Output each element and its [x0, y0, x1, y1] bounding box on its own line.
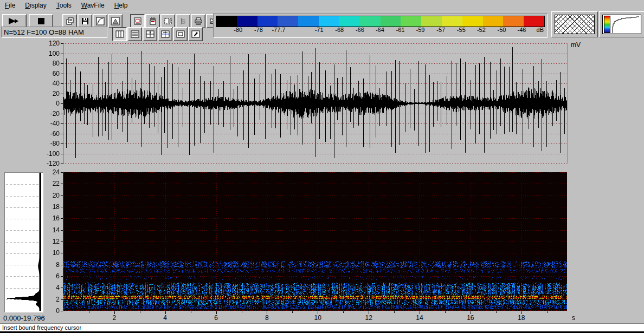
tick-mark — [61, 94, 63, 94]
display-scroll-button[interactable] — [130, 14, 145, 28]
tick-mark — [61, 164, 63, 164]
waveform-ytick-label: 0 — [41, 100, 60, 107]
transfer-curve-icon — [603, 15, 640, 34]
tick-mark — [547, 311, 548, 313]
time-unit-label: s — [572, 314, 575, 322]
status-text: Insert bound frequency cursor — [2, 324, 81, 331]
save-icon — [81, 17, 89, 25]
print-button[interactable] — [191, 14, 205, 28]
tick-mark — [61, 241, 63, 242]
spectrogram-canvas[interactable] — [63, 172, 567, 311]
grid-cross-blue-button[interactable] — [158, 27, 172, 41]
horizontal-lines-button[interactable] — [127, 27, 142, 41]
colorbar-gradient — [216, 16, 545, 27]
time-tick-label: 10 — [314, 314, 321, 322]
waveform-plot[interactable] — [63, 43, 568, 164]
edit-pencil-button[interactable] — [188, 27, 203, 41]
colorbar-segment-7 — [360, 16, 381, 27]
stop-button[interactable] — [29, 14, 53, 28]
time-tick-label: 2 — [113, 314, 117, 322]
analyze-comb-icon — [149, 17, 157, 25]
tick-mark — [61, 299, 63, 300]
time-tick-label: 8 — [265, 314, 269, 322]
select-region-icon — [164, 17, 172, 25]
tick-mark — [61, 288, 63, 288]
hatch-pattern-icon — [555, 15, 594, 34]
signal-s-button[interactable]: S — [176, 14, 190, 28]
spectrogram-ytick-label: 8 — [41, 261, 60, 269]
vertical-split-icon — [115, 30, 124, 38]
tick-mark — [61, 54, 63, 54]
colorbar-tick-label: -78 — [254, 27, 263, 33]
spectrum-profile-panel[interactable] — [4, 172, 43, 312]
colorbar-segment-14 — [503, 16, 524, 27]
menu-bar: FileDisplayToolsWavFileHelp — [0, 0, 644, 11]
hatch-pattern-panel[interactable] — [551, 11, 598, 37]
toolbar-row-2 — [112, 27, 210, 41]
colorbar-tick-label: -46 — [518, 27, 526, 33]
copy-pages-icon — [66, 17, 74, 25]
tick-mark — [61, 276, 63, 277]
colorbar-tick-label: -77.7 — [272, 27, 285, 33]
menu-item-file[interactable]: File — [0, 1, 20, 10]
colorbar-segment-3 — [278, 16, 298, 27]
colorbar-tick-label: -68 — [335, 27, 344, 33]
waveform-ytick-label: -100 — [41, 150, 60, 158]
grid-cross-button[interactable] — [143, 27, 157, 41]
colorbar-tick-label: -59 — [416, 27, 425, 33]
waveform-ytick-label: -40 — [41, 120, 60, 127]
play-button[interactable] — [2, 14, 27, 28]
colorbar-tick-label: -66 — [356, 27, 364, 33]
transfer-curve-panel[interactable] — [599, 11, 644, 37]
tick-mark — [61, 123, 63, 124]
colorbar-tick-label: -64 — [376, 27, 384, 33]
colorbar-tick-label: -57 — [436, 27, 445, 33]
colorbar-tick-label: -55 — [457, 27, 466, 33]
menu-item-tools[interactable]: Tools — [51, 1, 76, 10]
spectrogram-ytick-label: 2 — [41, 296, 60, 303]
tick-mark — [61, 154, 63, 154]
colorbar-tick-label: -50 — [498, 27, 506, 33]
colorbar-panel: dB -80-78-77.7-71-68-66-64-61-59-57-55-5… — [213, 14, 548, 38]
tick-mark — [61, 74, 63, 74]
menu-item-display[interactable]: Display — [20, 1, 51, 10]
grid-cross-blue-icon — [161, 30, 170, 38]
tick-mark — [61, 43, 63, 44]
peaks-button[interactable] — [108, 14, 123, 28]
colorbar-segment-11 — [442, 16, 462, 27]
waveform-canvas[interactable] — [63, 43, 567, 164]
toolbar-group — [2, 14, 55, 28]
tick-mark — [61, 195, 63, 196]
nested-box-button[interactable] — [173, 27, 188, 41]
spectrogram-ytick-label: 24 — [41, 168, 60, 176]
menu-item-help[interactable]: Help — [110, 1, 133, 10]
tick-mark — [61, 230, 63, 231]
waveform-ytick-label: 100 — [41, 50, 60, 57]
tick-mark — [61, 218, 63, 219]
colorbar-segment-12 — [462, 16, 483, 27]
time-tick-label: 12 — [365, 314, 372, 322]
colorbar-tick-label: -61 — [396, 27, 405, 33]
colorbar-segment-4 — [298, 16, 319, 27]
spectrogram-ytick-label: 14 — [41, 226, 60, 234]
select-region-button[interactable] — [160, 14, 175, 28]
time-tick-label: 18 — [518, 314, 525, 322]
tick-mark — [394, 311, 395, 313]
tick-mark — [61, 172, 63, 173]
edit-pencil-icon — [191, 30, 200, 38]
colorbar-tick-label: -71 — [315, 27, 324, 33]
menu-item-wavfile[interactable]: WavFile — [76, 1, 110, 10]
analyze-comb-button[interactable] — [145, 14, 160, 28]
colorbar-segment-13 — [483, 16, 504, 27]
fft-settings-field[interactable]: N=512 F=100 O=88 HAM — [1, 27, 107, 38]
horizontal-lines-icon — [131, 30, 139, 38]
tick-mark — [61, 114, 63, 114]
vertical-split-button[interactable] — [112, 27, 127, 41]
toolbar-group: S — [130, 14, 221, 28]
tick-mark — [140, 311, 140, 313]
spectrogram-ytick-label: 22 — [41, 180, 60, 187]
status-bar: Insert bound frequency cursor — [0, 323, 644, 331]
colorbar-segment-2 — [257, 16, 278, 27]
waveform-unit-label: mV — [571, 41, 581, 49]
spectrogram-plot[interactable] — [63, 172, 567, 311]
